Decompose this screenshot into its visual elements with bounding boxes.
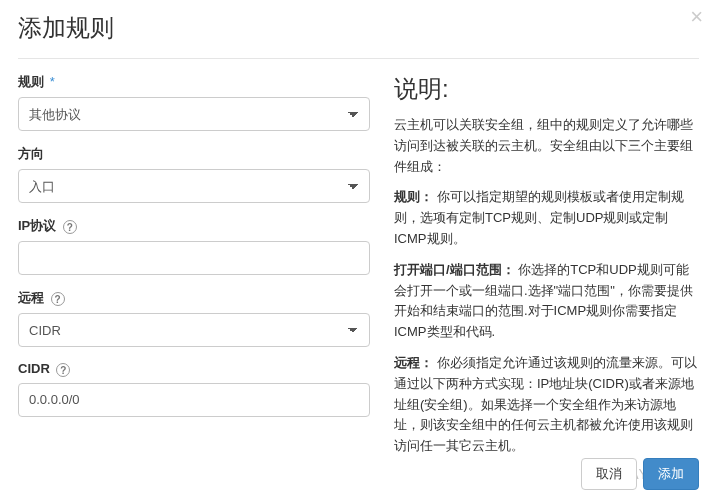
field-rule: 规则 * 其他协议 — [18, 73, 370, 131]
dialog-body: 规则 * 其他协议 方向 入口 IP协议 ? 远程 ? — [18, 73, 699, 467]
description-panel: 说明: 云主机可以关联安全组，组中的规则定义了允许哪些访问到达被关联的云主机。安… — [394, 73, 699, 467]
select-remote[interactable]: CIDR — [18, 313, 370, 347]
dialog-footer: 取消 添加 — [581, 458, 699, 490]
field-remote: 远程 ? CIDR — [18, 289, 370, 347]
label-direction: 方向 — [18, 145, 370, 163]
label-cidr-text: CIDR — [18, 361, 50, 376]
field-cidr: CIDR ? — [18, 361, 370, 417]
label-ip-protocol-text: IP协议 — [18, 218, 56, 233]
help-icon[interactable]: ? — [56, 363, 70, 377]
description-rule-label: 规则： — [394, 189, 433, 204]
help-icon[interactable]: ? — [51, 292, 65, 306]
label-cidr: CIDR ? — [18, 361, 370, 377]
select-rule[interactable]: 其他协议 — [18, 97, 370, 131]
description-intro: 云主机可以关联安全组，组中的规则定义了允许哪些访问到达被关联的云主机。安全组由以… — [394, 115, 699, 177]
label-rule: 规则 * — [18, 73, 370, 91]
input-cidr[interactable] — [18, 383, 370, 417]
field-direction: 方向 入口 — [18, 145, 370, 203]
label-ip-protocol: IP协议 ? — [18, 217, 370, 235]
description-rule: 规则： 你可以指定期望的规则模板或者使用定制规则，选项有定制TCP规则、定制UD… — [394, 187, 699, 249]
close-icon[interactable]: × — [690, 6, 703, 28]
description-remote-label: 远程： — [394, 355, 433, 370]
select-direction[interactable]: 入口 — [18, 169, 370, 203]
cancel-button[interactable]: 取消 — [581, 458, 637, 490]
input-ip-protocol[interactable] — [18, 241, 370, 275]
form-panel: 规则 * 其他协议 方向 入口 IP协议 ? 远程 ? — [18, 73, 370, 467]
label-rule-text: 规则 — [18, 74, 44, 89]
description-port-label: 打开端口/端口范围： — [394, 262, 515, 277]
description-heading: 说明: — [394, 73, 699, 105]
description-port: 打开端口/端口范围： 你选择的TCP和UDP规则可能会打开一个或一组端口.选择"… — [394, 260, 699, 343]
label-remote: 远程 ? — [18, 289, 370, 307]
description-remote-text: 你必须指定允许通过该规则的流量来源。可以通过以下两种方式实现：IP地址块(CID… — [394, 355, 697, 453]
description-remote: 远程： 你必须指定允许通过该规则的流量来源。可以通过以下两种方式实现：IP地址块… — [394, 353, 699, 457]
divider — [18, 58, 699, 59]
dialog-title: 添加规则 — [18, 12, 699, 44]
description-rule-text: 你可以指定期望的规则模板或者使用定制规则，选项有定制TCP规则、定制UDP规则或… — [394, 189, 684, 246]
submit-button[interactable]: 添加 — [643, 458, 699, 490]
field-ip-protocol: IP协议 ? — [18, 217, 370, 275]
required-marker: * — [50, 74, 55, 89]
help-icon[interactable]: ? — [63, 220, 77, 234]
label-remote-text: 远程 — [18, 290, 44, 305]
